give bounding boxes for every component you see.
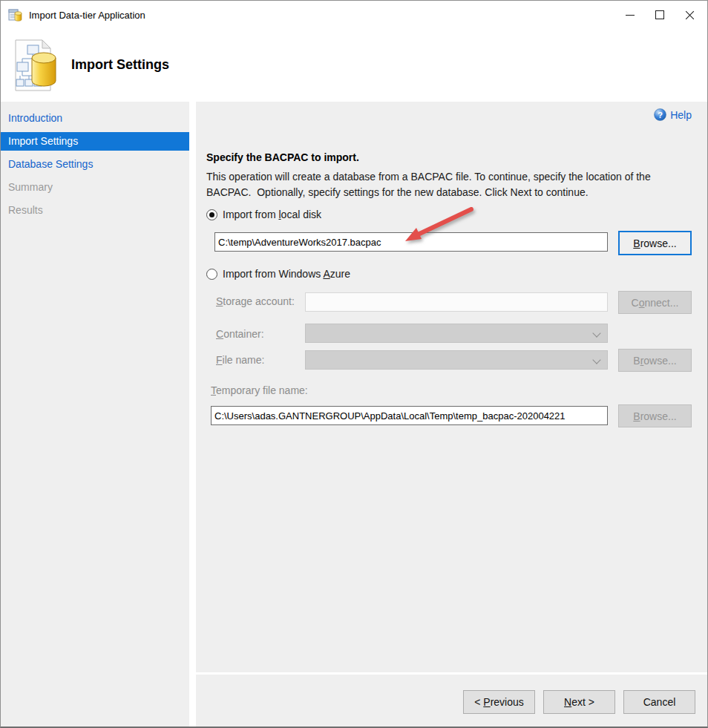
file-name-label: File name: (216, 354, 264, 366)
sidebar-item-introduction[interactable]: Introduction (1, 109, 189, 128)
app-icon (8, 7, 23, 22)
maximize-icon (655, 10, 664, 19)
bacpac-path-input[interactable] (214, 232, 608, 252)
section-description: This operation will create a database fr… (206, 169, 696, 200)
file-name-dropdown (305, 350, 608, 370)
storage-account-label: Storage account: (216, 295, 295, 307)
radio-local-disk-label: Import from local disk (223, 209, 321, 220)
wizard-steps-sidebar: Introduction Import Settings Database Se… (1, 102, 189, 727)
radio-selected-icon (206, 209, 217, 220)
radio-unselected-icon (206, 269, 217, 280)
close-icon (685, 10, 695, 20)
titlebar: Import Data-tier Application (1, 1, 707, 29)
chevron-down-icon (592, 329, 600, 337)
import-dac-icon (7, 38, 60, 93)
description-line-1: This operation will create a database fr… (206, 169, 696, 185)
window-controls (615, 1, 704, 29)
window-title: Import Data-tier Application (29, 10, 145, 21)
wizard-footer: < Previous Next > Cancel (196, 675, 707, 727)
browse-azure-button: Browse... (618, 349, 692, 372)
minimize-icon (626, 15, 635, 16)
cancel-button[interactable]: Cancel (623, 690, 695, 714)
maximize-button[interactable] (645, 3, 675, 27)
storage-account-input (305, 292, 608, 312)
help-label: Help (670, 109, 692, 121)
svg-text:?: ? (658, 111, 663, 119)
container-dropdown (305, 324, 608, 343)
help-link[interactable]: ? Help (654, 108, 692, 121)
browse-local-button[interactable]: Browse... (618, 231, 692, 255)
chevron-down-icon (592, 355, 600, 364)
sidebar-item-import-settings[interactable]: Import Settings (1, 132, 189, 151)
next-button[interactable]: Next > (543, 690, 615, 714)
description-line-2: BACPAC. Optionally, specify settings for… (206, 185, 696, 200)
close-button[interactable] (675, 3, 704, 27)
help-icon: ? (654, 108, 666, 121)
wizard-header: Import Settings (1, 29, 707, 102)
radio-import-local-disk[interactable]: Import from local disk (206, 209, 321, 220)
connect-button: Connect... (618, 291, 692, 314)
sidebar-item-summary: Summary (1, 178, 189, 197)
section-heading: Specify the BACPAC to import. (206, 151, 359, 163)
wizard-body: Introduction Import Settings Database Se… (1, 102, 707, 727)
radio-azure-label: Import from Windows Azure (223, 268, 350, 280)
browse-temp-button: Browse... (618, 404, 692, 427)
sidebar-item-database-settings[interactable]: Database Settings (1, 155, 189, 174)
page-title: Import Settings (71, 57, 169, 73)
sidebar-item-results: Results (1, 201, 189, 220)
import-dac-wizard-window: Import Data-tier Application (0, 0, 708, 728)
minimize-button[interactable] (615, 3, 645, 27)
import-settings-pane: ? Help Specify the BACPAC to import. Thi… (196, 102, 707, 672)
temp-file-name-input[interactable] (211, 406, 608, 425)
previous-button[interactable]: < Previous (463, 690, 535, 714)
radio-import-windows-azure[interactable]: Import from Windows Azure (206, 268, 350, 280)
temp-file-name-label: Temporary file name: (211, 384, 308, 396)
container-label: Container: (216, 328, 264, 340)
